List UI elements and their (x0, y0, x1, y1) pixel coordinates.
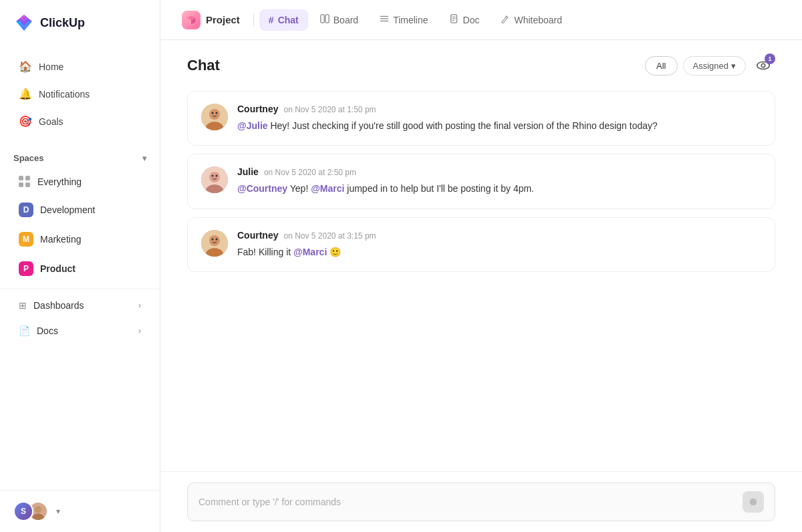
message-time: on Nov 5 2020 at 3:15 pm (283, 231, 376, 241)
project-label-text: Project (206, 14, 240, 25)
filter-assigned-button[interactable]: Assigned ▾ (683, 56, 746, 76)
dashboards-chevron-icon: › (138, 301, 141, 310)
filter-all-button[interactable]: All (645, 56, 677, 76)
doc-icon (450, 14, 459, 25)
project-breadcrumb[interactable]: Project (174, 5, 248, 35)
message-text: @Julie Hey! Just checking if you're stil… (237, 118, 761, 133)
tab-doc[interactable]: Doc (440, 9, 489, 31)
hash-icon: # (269, 15, 274, 25)
board-grid-icon (320, 14, 329, 23)
document-icon (450, 14, 459, 23)
message-author: Courtney (237, 104, 278, 114)
tab-whiteboard[interactable]: Whiteboard (491, 9, 571, 31)
svg-point-3 (35, 506, 41, 513)
sidebar-item-marketing-label: Marketing (40, 234, 81, 245)
tab-timeline[interactable]: Timeline (370, 9, 437, 31)
goals-icon: 🎯 (19, 115, 32, 128)
top-navigation: Project # Chat Board (160, 0, 802, 40)
mention-marci-2[interactable]: @Marci (293, 247, 327, 257)
tab-whiteboard-label: Whiteboard (514, 15, 562, 25)
sidebar-item-marketing[interactable]: M Marketing (5, 226, 154, 253)
message-meta: Courtney on Nov 5 2020 at 1:50 pm (237, 104, 761, 114)
home-icon: 🏠 (19, 60, 32, 73)
mention-julie[interactable]: @Julie (237, 120, 268, 131)
sidebar-item-development[interactable]: D Development (5, 196, 154, 223)
sidebar-footer: S ▾ (0, 490, 160, 532)
sidebar-item-product[interactable]: P Product (5, 255, 154, 282)
svg-point-19 (761, 63, 765, 68)
svg-rect-8 (321, 15, 324, 23)
chat-content-area: Chat All Assigned ▾ 1 (160, 40, 802, 532)
sidebar-item-development-label: Development (40, 205, 96, 215)
app-name: ClickUp (40, 16, 85, 30)
sidebar-item-goals[interactable]: 🎯 Goals (5, 108, 154, 134)
assigned-label: Assigned (693, 61, 728, 71)
edit-pencil-icon (501, 14, 510, 23)
sidebar-item-product-label: Product (40, 263, 76, 274)
timeline-lines-icon (380, 14, 389, 23)
svg-point-29 (216, 175, 218, 177)
sidebar-item-docs-label: Docs (37, 325, 58, 336)
logo[interactable]: ClickUp (0, 0, 160, 45)
chat-filters: All Assigned ▾ (645, 56, 746, 76)
main-content: Project # Chat Board (160, 0, 802, 532)
sidebar-item-dashboards[interactable]: ⊞ Dashboards › (5, 293, 154, 317)
mention-courtney[interactable]: @Courtney (237, 183, 287, 194)
user-menu-chevron-icon[interactable]: ▾ (56, 507, 60, 516)
tab-board-label: Board (333, 15, 358, 25)
sidebar-item-docs[interactable]: 📄 Docs › (5, 319, 154, 343)
message-item: Courtney on Nov 5 2020 at 3:15 pm Fab! K… (187, 217, 775, 272)
eye-filter-button[interactable]: 1 (751, 53, 775, 78)
dashboards-icon: ⊞ (19, 300, 27, 311)
message-content-2a: Yep! (290, 183, 311, 194)
sidebar-item-notifications[interactable]: 🔔 Notifications (5, 81, 154, 107)
sidebar-item-goals-label: Goals (39, 116, 63, 127)
everything-grid-icon (19, 176, 31, 188)
docs-chevron-icon: › (138, 326, 141, 336)
whiteboard-icon (501, 14, 510, 25)
message-meta: Julie on Nov 5 2020 at 2:50 pm (237, 166, 761, 177)
development-badge: D (19, 203, 33, 217)
user-avatar-s: S (13, 501, 33, 521)
product-badge: P (19, 261, 33, 276)
svg-point-24 (216, 112, 218, 114)
tab-board[interactable]: Board (311, 9, 368, 31)
courtney-avatar-image-2 (201, 230, 228, 257)
tab-doc-label: Doc (463, 15, 480, 25)
comment-input-wrap[interactable]: Comment or type '/' for commands (187, 483, 775, 521)
send-button[interactable] (743, 491, 764, 513)
svg-point-21 (209, 109, 220, 120)
docs-icon: 📄 (19, 325, 30, 336)
comment-input-area: Comment or type '/' for commands (160, 471, 802, 532)
sidebar-item-home-label: Home (39, 61, 63, 72)
message-content-1: Hey! Just checking if you're still good … (270, 120, 657, 131)
courtney-avatar-image (201, 104, 228, 130)
svg-point-31 (209, 235, 220, 246)
spaces-chevron-icon[interactable]: ▾ (142, 154, 146, 163)
sidebar-item-home[interactable]: 🏠 Home (5, 53, 154, 80)
sidebar-navigation: 🏠 Home 🔔 Notifications 🎯 Goals (0, 45, 160, 142)
message-body: Courtney on Nov 5 2020 at 1:50 pm @Julie… (237, 104, 761, 133)
sidebar-item-notifications-label: Notifications (39, 89, 90, 100)
tab-chat[interactable]: # Chat (259, 9, 308, 31)
sidebar-item-dashboards-label: Dashboards (33, 300, 84, 311)
sidebar-item-everything[interactable]: Everything (5, 170, 154, 194)
tab-chat-label: Chat (278, 15, 299, 25)
sidebar-bottom-nav: ⊞ Dashboards › 📄 Docs › (0, 289, 160, 344)
mention-marci[interactable]: @Marci (311, 183, 344, 194)
message-text: Fab! Killing it @Marci 🙂 (237, 245, 761, 259)
assigned-chevron-icon: ▾ (731, 61, 736, 71)
message-body: Julie on Nov 5 2020 at 2:50 pm @Courtney… (237, 166, 761, 196)
nav-divider (253, 13, 254, 27)
svg-point-33 (212, 238, 214, 240)
message-text: @Courtney Yep! @Marci jumped in to help … (237, 181, 761, 196)
message-item: Julie on Nov 5 2020 at 2:50 pm @Courtney… (187, 154, 775, 209)
user-avatars[interactable]: S (13, 501, 48, 521)
sidebar-item-everything-label: Everything (37, 176, 82, 187)
chat-title: Chat (187, 57, 220, 74)
message-author: Julie (237, 166, 259, 177)
message-body: Courtney on Nov 5 2020 at 3:15 pm Fab! K… (237, 230, 761, 259)
courtney-avatar-2 (201, 230, 228, 257)
chat-header: Chat All Assigned ▾ 1 (160, 40, 802, 84)
message-content-3b: 🙂 (329, 247, 341, 257)
